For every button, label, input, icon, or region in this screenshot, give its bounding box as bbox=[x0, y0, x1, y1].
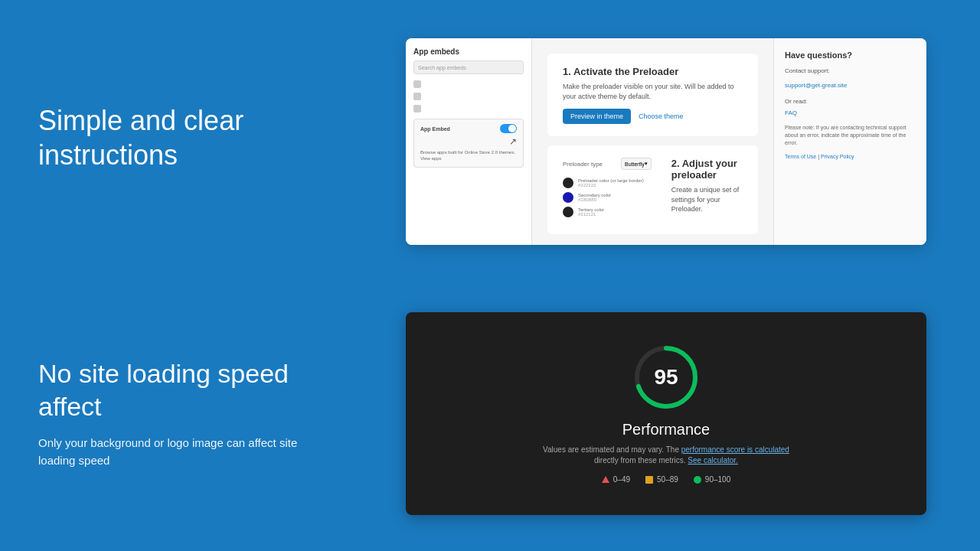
top-heading: Simple and clear instructions bbox=[38, 103, 337, 172]
color-circle-tertiary bbox=[563, 207, 573, 217]
nav-icon-row-3 bbox=[413, 105, 524, 112]
performance-note: Values are estimated and may vary. The p… bbox=[543, 445, 789, 466]
legend: 0–49 50–89 90–100 bbox=[602, 475, 730, 484]
nav-icon-row-2 bbox=[413, 93, 524, 100]
color-circle-secondary bbox=[563, 192, 573, 203]
color-circle-primary bbox=[563, 178, 573, 188]
square-icon bbox=[645, 476, 653, 484]
contact-email-link[interactable]: support@get-great.site bbox=[785, 82, 848, 89]
step1-title: 1. Activate the Preloader bbox=[563, 66, 743, 77]
chevron-down-icon: ▾ bbox=[645, 161, 648, 167]
bottom-heading: No site loading speed affect bbox=[38, 357, 337, 422]
legend-item-low: 0–49 bbox=[602, 475, 630, 484]
note-text: Values are estimated and may vary. The bbox=[543, 445, 679, 454]
instructions-screenshot: App embeds Search app embeds bbox=[406, 38, 926, 245]
legend-range-mid: 50–89 bbox=[657, 475, 678, 484]
top-left: Simple and clear instructions bbox=[0, 0, 375, 276]
or-read-label: Or read: bbox=[785, 98, 916, 105]
search-placeholder: Search app embeds bbox=[418, 65, 466, 70]
nav-icon-2 bbox=[413, 93, 421, 100]
faq-link[interactable]: FAQ bbox=[785, 109, 916, 116]
performance-card: 95 Performance Values are estimated and … bbox=[406, 312, 926, 515]
app-embed-item-row: App Embed bbox=[420, 124, 517, 133]
app-embed-item: App Embed Browse apps built for Online S… bbox=[413, 119, 524, 168]
color-row-3: Tertiary color #212121 bbox=[563, 207, 652, 217]
performance-score-link[interactable]: performance score is calculated bbox=[681, 445, 789, 454]
bottom-left: No site loading speed affect Only your b… bbox=[0, 276, 375, 551]
card-right-sidebar: Have questions? Contact support: support… bbox=[773, 38, 926, 245]
preview-theme-button[interactable]: Preview in theme bbox=[563, 109, 631, 124]
preloader-type-label: Preloader type bbox=[563, 161, 616, 168]
color-hex-secondary: #181B80 bbox=[578, 197, 611, 202]
color-options: Preloader color (or large border) #22222… bbox=[563, 178, 652, 217]
step2-section: Preloader type Butterfly ▾ bbox=[547, 145, 758, 234]
legend-range-high: 90–100 bbox=[705, 475, 730, 484]
bottom-section: No site loading speed affect Only your b… bbox=[0, 276, 980, 551]
app-embed-name: App Embed bbox=[420, 126, 450, 132]
left-panel: App embeds Search app embeds bbox=[406, 38, 532, 245]
legend-range-low: 0–49 bbox=[613, 475, 630, 484]
color-row-2: Secondary color #181B80 bbox=[563, 192, 652, 203]
search-bar: Search app embeds bbox=[413, 60, 524, 74]
color-hex-primary: #222222 bbox=[578, 183, 644, 187]
color-info-primary: Preloader color (or large border) #22222… bbox=[578, 178, 644, 187]
preloader-type-select[interactable]: Butterfly ▾ bbox=[621, 158, 652, 170]
card-main-content: 1. Activate the Preloader Make the prelo… bbox=[532, 38, 773, 245]
step2-desc: Create a unique set of settings for your… bbox=[671, 185, 743, 214]
step2-title: 2. Adjust your preloader bbox=[671, 158, 743, 181]
arrow-cursor bbox=[420, 136, 517, 147]
preloader-type-row: Preloader type Butterfly ▾ bbox=[563, 158, 652, 170]
performance-score: 95 bbox=[654, 365, 678, 390]
app-embed-desc: Browse apps built for Online Store 2.0 t… bbox=[420, 149, 517, 162]
main-container: Simple and clear instructions App embeds… bbox=[0, 0, 980, 551]
nav-icons bbox=[413, 80, 524, 112]
note-mid: directly from these metrics. bbox=[594, 456, 685, 465]
nav-icon-row bbox=[413, 80, 524, 88]
policy-separator: | bbox=[818, 154, 819, 159]
top-section: Simple and clear instructions App embeds… bbox=[0, 0, 980, 276]
bottom-right: 95 Performance Values are estimated and … bbox=[375, 276, 980, 551]
privacy-link[interactable]: Privacy Policy bbox=[821, 154, 854, 159]
color-info-tertiary: Tertiary color #212121 bbox=[578, 207, 604, 217]
policy-links: Terms of Use | Privacy Policy bbox=[785, 154, 916, 159]
performance-label: Performance bbox=[622, 421, 710, 439]
questions-title: Have questions? bbox=[785, 51, 916, 60]
step1-desc: Make the preloader visible on your site.… bbox=[563, 82, 743, 101]
legend-item-mid: 50–89 bbox=[645, 475, 678, 484]
circle-icon bbox=[694, 476, 701, 484]
step1-section: 1. Activate the Preloader Make the prelo… bbox=[547, 54, 758, 136]
contact-section: Contact support: support@get-great.site bbox=[785, 67, 916, 90]
calculator-link[interactable]: See calculator. bbox=[688, 456, 738, 465]
nav-icon-3 bbox=[413, 105, 421, 112]
nav-icon bbox=[413, 80, 421, 88]
legend-item-high: 90–100 bbox=[694, 475, 730, 484]
preloader-type-value: Butterfly bbox=[625, 161, 645, 167]
contact-label: Contact support: bbox=[785, 67, 916, 74]
toggle-button[interactable] bbox=[500, 124, 517, 133]
gauge-container: 95 bbox=[632, 343, 701, 412]
color-hex-tertiary: #212121 bbox=[578, 212, 604, 217]
choose-theme-button[interactable]: Choose theme bbox=[639, 112, 684, 120]
bottom-description: Only your background or logo image can a… bbox=[38, 435, 337, 469]
step1-buttons: Preview in theme Choose theme bbox=[563, 109, 743, 124]
app-embeds-title: App embeds bbox=[413, 47, 524, 56]
terms-link[interactable]: Terms of Use bbox=[785, 154, 816, 159]
top-right: App embeds Search app embeds bbox=[375, 0, 980, 276]
color-info-secondary: Secondary color #181B80 bbox=[578, 193, 611, 202]
support-note: Please note: If you are contacting techn… bbox=[785, 124, 916, 146]
triangle-icon bbox=[602, 476, 609, 483]
color-row-1: Preloader color (or large border) #22222… bbox=[563, 178, 652, 188]
